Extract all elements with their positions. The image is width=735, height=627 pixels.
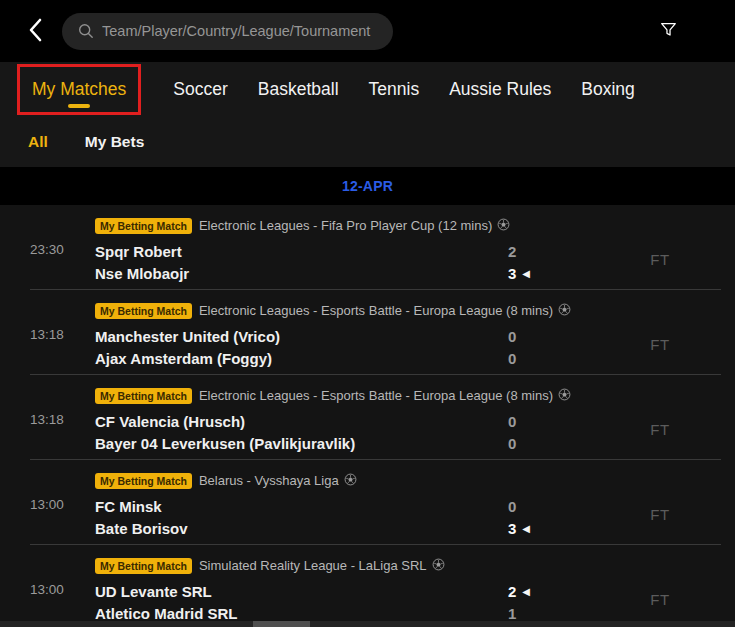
team-name: Bate Borisov <box>95 520 508 537</box>
status-badge: FT <box>650 506 669 545</box>
team-row: CF Valencia (Hrusch) 0◀ <box>95 411 585 432</box>
tab-basketball[interactable]: Basketball <box>258 79 339 100</box>
match-time: 13:18 <box>0 375 95 460</box>
team-score: 0 <box>508 350 516 367</box>
search-bar[interactable] <box>62 13 393 50</box>
league-name: Belarus - Vysshaya Liga <box>199 473 339 488</box>
team-name: FC Minsk <box>95 498 508 515</box>
tab-my-matches[interactable]: My Matches <box>17 64 141 115</box>
sport-tabbar: My Matches Soccer Basketball Tennis Auss… <box>0 62 735 117</box>
date-row: 12-APR <box>0 167 735 205</box>
match-row[interactable]: 13:00 My Betting Match Simulated Reality… <box>0 545 735 627</box>
top-header <box>0 0 735 62</box>
winner-arrow-icon: ◀ <box>522 523 530 534</box>
team-row: Bayer 04 Leverkusen (Pavlikjuravlik) 0◀ <box>95 433 585 454</box>
team-score: 0 <box>508 413 516 430</box>
team-name: Nse Mlobaojr <box>95 265 508 282</box>
match-time: 23:30 <box>0 205 95 290</box>
active-tab-underline <box>68 104 90 108</box>
team-score: 3 <box>508 520 516 537</box>
winner-arrow-icon: ◀ <box>522 586 530 597</box>
my-betting-match-badge: My Betting Match <box>95 558 192 574</box>
date-label: 12-APR <box>342 178 393 194</box>
team-name: Manchester United (Vrico) <box>95 328 508 345</box>
team-name: Spqr Robert <box>95 243 508 260</box>
filter-button[interactable] <box>660 21 677 41</box>
team-name: Atletico Madrid SRL <box>95 605 508 622</box>
my-betting-match-badge: My Betting Match <box>95 303 192 319</box>
team-score: 3 <box>508 265 516 282</box>
tab-boxing[interactable]: Boxing <box>581 79 635 100</box>
team-score: 0 <box>508 435 516 452</box>
tab-soccer[interactable]: Soccer <box>173 79 227 100</box>
team-score: 2 <box>508 243 516 260</box>
tab-label: My Matches <box>32 79 126 100</box>
team-name: UD Levante SRL <box>95 583 508 600</box>
team-score: 0 <box>508 328 516 345</box>
my-betting-match-badge: My Betting Match <box>95 218 192 234</box>
team-row: FC Minsk 0◀ <box>95 496 585 517</box>
league-name: Simulated Reality League - LaLiga SRL <box>199 558 427 573</box>
funnel-icon <box>660 21 677 41</box>
team-row: Nse Mlobaojr 3◀ <box>95 263 585 284</box>
league-name: Electronic Leagues - Esports Battle - Eu… <box>199 388 553 403</box>
my-betting-match-badge: My Betting Match <box>95 388 192 404</box>
soccer-ball-icon <box>558 302 571 320</box>
team-score: 2 <box>508 583 516 600</box>
soccer-ball-icon <box>432 557 445 575</box>
team-row: Ajax Amsterdam (Foggy) 0◀ <box>95 348 585 369</box>
match-time: 13:00 <box>0 545 95 627</box>
team-row: Manchester United (Vrico) 0◀ <box>95 326 585 347</box>
search-input[interactable] <box>102 23 372 39</box>
league-name: Electronic Leagues - Fifa Pro Player Cup… <box>199 218 492 233</box>
team-score: 1 <box>508 605 516 622</box>
match-row[interactable]: 13:18 My Betting Match Electronic League… <box>0 290 735 375</box>
subtab-all[interactable]: All <box>28 133 48 151</box>
match-row[interactable]: 13:00 My Betting Match Belarus - Vysshay… <box>0 460 735 545</box>
team-score: 0 <box>508 498 516 515</box>
soccer-ball-icon <box>497 217 510 235</box>
team-name: Bayer 04 Leverkusen (Pavlikjuravlik) <box>95 435 508 452</box>
team-name: Ajax Amsterdam (Foggy) <box>95 350 508 367</box>
match-row[interactable]: 13:18 My Betting Match Electronic League… <box>0 375 735 460</box>
search-icon <box>78 23 94 39</box>
filter-subtabbar: All My Bets <box>0 117 735 167</box>
team-row: UD Levante SRL 2◀ <box>95 581 585 602</box>
team-row: Spqr Robert 2◀ <box>95 241 585 262</box>
status-badge: FT <box>650 336 669 375</box>
match-row[interactable]: 23:30 My Betting Match Electronic League… <box>0 205 735 290</box>
tab-tennis[interactable]: Tennis <box>369 79 420 100</box>
winner-arrow-icon: ◀ <box>522 268 530 279</box>
scrollbar-thumb[interactable] <box>253 621 310 627</box>
status-badge: FT <box>650 251 669 290</box>
subtab-my-bets[interactable]: My Bets <box>85 133 144 151</box>
back-button[interactable] <box>12 11 58 51</box>
league-name: Electronic Leagues - Esports Battle - Eu… <box>199 303 553 318</box>
my-betting-match-badge: My Betting Match <box>95 473 192 489</box>
navigation-bars: My Matches Soccer Basketball Tennis Auss… <box>0 62 735 167</box>
match-time: 13:18 <box>0 290 95 375</box>
team-name: CF Valencia (Hrusch) <box>95 413 508 430</box>
status-badge: FT <box>650 421 669 460</box>
soccer-ball-icon <box>344 472 357 490</box>
match-time: 13:00 <box>0 460 95 545</box>
chevron-left-icon <box>28 18 43 45</box>
tab-aussie-rules[interactable]: Aussie Rules <box>449 79 551 100</box>
team-row: Bate Borisov 3◀ <box>95 518 585 539</box>
horizontal-scrollbar[interactable] <box>0 621 735 627</box>
soccer-ball-icon <box>558 387 571 405</box>
match-list: 23:30 My Betting Match Electronic League… <box>0 205 735 627</box>
